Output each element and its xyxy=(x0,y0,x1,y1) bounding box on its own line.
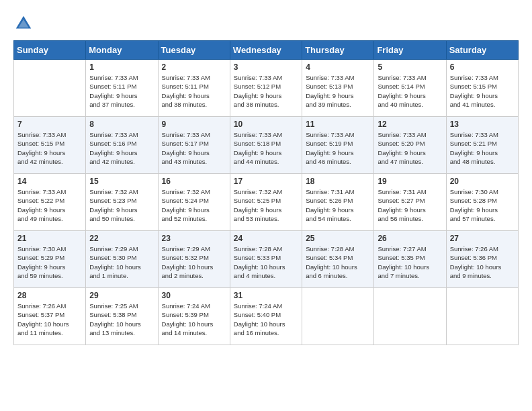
day-info-line: Sunrise: 7:33 AM xyxy=(17,187,82,196)
day-info-line: Daylight: 9 hours xyxy=(17,205,82,214)
calendar-cell: 24Sunrise: 7:28 AMSunset: 5:33 PMDayligh… xyxy=(230,231,302,288)
day-number: 12 xyxy=(378,120,442,129)
day-info-line: Daylight: 9 hours xyxy=(17,263,82,271)
day-info-line: Daylight: 10 hours xyxy=(234,320,298,328)
calendar-cell: 28Sunrise: 7:26 AMSunset: 5:37 PMDayligh… xyxy=(14,288,86,345)
day-info-line: Daylight: 9 hours xyxy=(17,148,82,157)
day-number: 5 xyxy=(378,62,442,72)
calendar-cell: 10Sunrise: 7:33 AMSunset: 5:18 PMDayligh… xyxy=(230,117,302,174)
day-info-line: Sunset: 5:32 PM xyxy=(162,253,226,262)
calendar-cell: 15Sunrise: 7:32 AMSunset: 5:23 PMDayligh… xyxy=(86,174,158,231)
day-info-line: Daylight: 9 hours xyxy=(162,91,226,100)
day-info-line: Daylight: 10 hours xyxy=(89,320,154,328)
calendar-cell: 22Sunrise: 7:29 AMSunset: 5:30 PMDayligh… xyxy=(86,231,158,288)
day-info-line: Sunset: 5:29 PM xyxy=(17,253,82,262)
day-info-line: and 39 minutes. xyxy=(306,100,370,109)
weekday-header-saturday: Saturday xyxy=(446,41,518,60)
calendar-cell xyxy=(374,288,446,345)
day-info-line: and 48 minutes. xyxy=(450,157,515,166)
day-info-line: Sunrise: 7:33 AM xyxy=(306,73,370,82)
day-info-line: Sunset: 5:28 PM xyxy=(450,196,515,205)
day-number: 28 xyxy=(17,291,82,300)
day-info-line: Daylight: 10 hours xyxy=(162,263,226,271)
day-info-line: Daylight: 10 hours xyxy=(306,263,370,271)
day-info-line: Sunrise: 7:33 AM xyxy=(162,130,226,139)
day-info-line: and 47 minutes. xyxy=(378,157,442,166)
day-info-line: Sunset: 5:39 PM xyxy=(162,310,226,319)
day-info-line: Sunset: 5:35 PM xyxy=(378,253,442,262)
calendar-cell: 31Sunrise: 7:24 AMSunset: 5:40 PMDayligh… xyxy=(230,288,302,345)
day-info-line: Sunrise: 7:32 AM xyxy=(89,187,154,196)
logo-icon xyxy=(13,13,34,34)
calendar-table: SundayMondayTuesdayWednesdayThursdayFrid… xyxy=(13,40,519,345)
day-number: 18 xyxy=(306,177,370,186)
day-number: 7 xyxy=(17,120,82,129)
day-number: 8 xyxy=(89,120,154,129)
day-info-line: Sunset: 5:18 PM xyxy=(234,139,298,148)
day-number: 11 xyxy=(306,120,370,129)
day-info-line: Sunrise: 7:33 AM xyxy=(234,130,298,139)
calendar-cell: 18Sunrise: 7:31 AMSunset: 5:26 PMDayligh… xyxy=(302,174,374,231)
day-info-line: Sunset: 5:23 PM xyxy=(89,196,154,205)
day-info-line: and 41 minutes. xyxy=(450,100,515,109)
day-number: 29 xyxy=(89,291,154,300)
weekday-header-tuesday: Tuesday xyxy=(158,41,230,60)
day-info-line: Sunrise: 7:26 AM xyxy=(17,302,82,310)
day-info-line: and 13 minutes. xyxy=(89,328,154,337)
calendar-cell: 25Sunrise: 7:28 AMSunset: 5:34 PMDayligh… xyxy=(302,231,374,288)
day-info-line: and 14 minutes. xyxy=(162,328,226,337)
weekday-header-wednesday: Wednesday xyxy=(230,41,302,60)
day-info-line: Daylight: 9 hours xyxy=(450,91,515,100)
calendar-cell: 17Sunrise: 7:32 AMSunset: 5:25 PMDayligh… xyxy=(230,174,302,231)
day-info-line: Sunrise: 7:33 AM xyxy=(89,130,154,139)
day-info-line: Sunrise: 7:24 AM xyxy=(234,302,298,310)
day-info-line: and 2 minutes. xyxy=(162,271,226,280)
day-number: 26 xyxy=(378,234,442,243)
day-number: 24 xyxy=(234,234,298,243)
day-info-line: and 53 minutes. xyxy=(234,214,298,223)
day-info-line: Daylight: 9 hours xyxy=(89,148,154,157)
day-info-line: Sunset: 5:40 PM xyxy=(234,310,298,319)
day-number: 13 xyxy=(450,120,515,129)
day-info-line: Sunrise: 7:30 AM xyxy=(17,244,82,253)
calendar-cell: 19Sunrise: 7:31 AMSunset: 5:27 PMDayligh… xyxy=(374,174,446,231)
day-number: 15 xyxy=(89,177,154,186)
day-info-line: Sunrise: 7:32 AM xyxy=(162,187,226,196)
calendar-cell: 7Sunrise: 7:33 AMSunset: 5:15 PMDaylight… xyxy=(14,117,86,174)
day-number: 25 xyxy=(306,234,370,243)
day-number: 31 xyxy=(234,291,298,300)
day-info-line: Sunset: 5:19 PM xyxy=(306,139,370,148)
calendar-cell: 5Sunrise: 7:33 AMSunset: 5:14 PMDaylight… xyxy=(374,60,446,117)
header xyxy=(13,13,519,34)
day-info-line: Daylight: 9 hours xyxy=(378,91,442,100)
day-number: 3 xyxy=(234,62,298,72)
day-info-line: Daylight: 9 hours xyxy=(306,205,370,214)
calendar-cell: 13Sunrise: 7:33 AMSunset: 5:21 PMDayligh… xyxy=(446,117,518,174)
day-info-line: Daylight: 9 hours xyxy=(89,205,154,214)
day-number: 6 xyxy=(450,62,515,72)
calendar-cell: 1Sunrise: 7:33 AMSunset: 5:11 PMDaylight… xyxy=(86,60,158,117)
day-info-line: Sunrise: 7:28 AM xyxy=(234,244,298,253)
day-info-line: and 44 minutes. xyxy=(234,157,298,166)
day-info-line: Sunset: 5:16 PM xyxy=(89,139,154,148)
day-info-line: Sunrise: 7:29 AM xyxy=(89,244,154,253)
calendar-cell: 12Sunrise: 7:33 AMSunset: 5:20 PMDayligh… xyxy=(374,117,446,174)
calendar-cell: 9Sunrise: 7:33 AMSunset: 5:17 PMDaylight… xyxy=(158,117,230,174)
day-info-line: and 54 minutes. xyxy=(306,214,370,223)
day-info-line: Sunset: 5:21 PM xyxy=(450,139,515,148)
day-info-line: Daylight: 10 hours xyxy=(17,320,82,328)
day-info-line: Daylight: 9 hours xyxy=(162,148,226,157)
day-info-line: Sunset: 5:34 PM xyxy=(306,253,370,262)
day-number: 19 xyxy=(378,177,442,186)
day-info-line: and 40 minutes. xyxy=(378,100,442,109)
day-info-line: Sunrise: 7:33 AM xyxy=(378,73,442,82)
day-info-line: and 4 minutes. xyxy=(234,271,298,280)
day-info-line: Daylight: 9 hours xyxy=(89,91,154,100)
day-info-line: and 16 minutes. xyxy=(234,328,298,337)
day-info-line: Sunrise: 7:29 AM xyxy=(162,244,226,253)
calendar-cell: 21Sunrise: 7:30 AMSunset: 5:29 PMDayligh… xyxy=(14,231,86,288)
calendar-cell: 29Sunrise: 7:25 AMSunset: 5:38 PMDayligh… xyxy=(86,288,158,345)
weekday-header-sunday: Sunday xyxy=(14,41,86,60)
day-info-line: Sunset: 5:13 PM xyxy=(306,82,370,91)
day-info-line: Sunrise: 7:32 AM xyxy=(234,187,298,196)
